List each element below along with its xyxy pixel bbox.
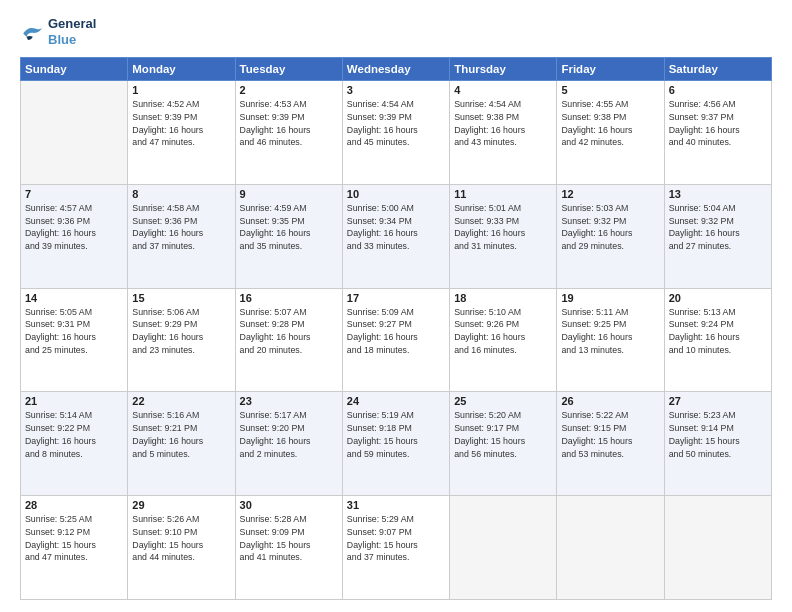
calendar-cell: 28Sunrise: 5:25 AM Sunset: 9:12 PM Dayli… (21, 496, 128, 600)
calendar-cell: 7Sunrise: 4:57 AM Sunset: 9:36 PM Daylig… (21, 184, 128, 288)
day-info: Sunrise: 4:59 AM Sunset: 9:35 PM Dayligh… (240, 202, 338, 253)
day-info: Sunrise: 5:23 AM Sunset: 9:14 PM Dayligh… (669, 409, 767, 460)
day-number: 11 (454, 188, 552, 200)
calendar-cell: 27Sunrise: 5:23 AM Sunset: 9:14 PM Dayli… (664, 392, 771, 496)
day-info: Sunrise: 5:00 AM Sunset: 9:34 PM Dayligh… (347, 202, 445, 253)
header: General Blue (20, 16, 772, 47)
day-number: 26 (561, 395, 659, 407)
day-number: 29 (132, 499, 230, 511)
day-info: Sunrise: 5:06 AM Sunset: 9:29 PM Dayligh… (132, 306, 230, 357)
day-number: 9 (240, 188, 338, 200)
calendar-cell (450, 496, 557, 600)
day-info: Sunrise: 5:03 AM Sunset: 9:32 PM Dayligh… (561, 202, 659, 253)
calendar-cell: 22Sunrise: 5:16 AM Sunset: 9:21 PM Dayli… (128, 392, 235, 496)
day-number: 19 (561, 292, 659, 304)
day-info: Sunrise: 5:26 AM Sunset: 9:10 PM Dayligh… (132, 513, 230, 564)
calendar-cell: 12Sunrise: 5:03 AM Sunset: 9:32 PM Dayli… (557, 184, 664, 288)
day-info: Sunrise: 4:57 AM Sunset: 9:36 PM Dayligh… (25, 202, 123, 253)
calendar-cell: 24Sunrise: 5:19 AM Sunset: 9:18 PM Dayli… (342, 392, 449, 496)
calendar-cell: 17Sunrise: 5:09 AM Sunset: 9:27 PM Dayli… (342, 288, 449, 392)
day-info: Sunrise: 5:10 AM Sunset: 9:26 PM Dayligh… (454, 306, 552, 357)
calendar-cell: 6Sunrise: 4:56 AM Sunset: 9:37 PM Daylig… (664, 81, 771, 185)
day-info: Sunrise: 5:04 AM Sunset: 9:32 PM Dayligh… (669, 202, 767, 253)
day-number: 20 (669, 292, 767, 304)
day-info: Sunrise: 5:17 AM Sunset: 9:20 PM Dayligh… (240, 409, 338, 460)
day-info: Sunrise: 5:22 AM Sunset: 9:15 PM Dayligh… (561, 409, 659, 460)
day-info: Sunrise: 5:25 AM Sunset: 9:12 PM Dayligh… (25, 513, 123, 564)
day-info: Sunrise: 5:29 AM Sunset: 9:07 PM Dayligh… (347, 513, 445, 564)
page: General Blue SundayMondayTuesdayWednesda… (0, 0, 792, 612)
day-info: Sunrise: 5:20 AM Sunset: 9:17 PM Dayligh… (454, 409, 552, 460)
day-number: 22 (132, 395, 230, 407)
calendar-cell: 1Sunrise: 4:52 AM Sunset: 9:39 PM Daylig… (128, 81, 235, 185)
calendar-cell: 23Sunrise: 5:17 AM Sunset: 9:20 PM Dayli… (235, 392, 342, 496)
calendar-cell: 18Sunrise: 5:10 AM Sunset: 9:26 PM Dayli… (450, 288, 557, 392)
calendar-cell (21, 81, 128, 185)
logo: General Blue (20, 16, 96, 47)
day-number: 2 (240, 84, 338, 96)
day-info: Sunrise: 5:14 AM Sunset: 9:22 PM Dayligh… (25, 409, 123, 460)
calendar-header-row: SundayMondayTuesdayWednesdayThursdayFrid… (21, 58, 772, 81)
calendar-cell: 10Sunrise: 5:00 AM Sunset: 9:34 PM Dayli… (342, 184, 449, 288)
day-info: Sunrise: 5:16 AM Sunset: 9:21 PM Dayligh… (132, 409, 230, 460)
day-info: Sunrise: 4:54 AM Sunset: 9:39 PM Dayligh… (347, 98, 445, 149)
day-number: 27 (669, 395, 767, 407)
day-info: Sunrise: 4:55 AM Sunset: 9:38 PM Dayligh… (561, 98, 659, 149)
day-number: 7 (25, 188, 123, 200)
day-number: 5 (561, 84, 659, 96)
calendar-header-thursday: Thursday (450, 58, 557, 81)
day-number: 1 (132, 84, 230, 96)
calendar-cell: 14Sunrise: 5:05 AM Sunset: 9:31 PM Dayli… (21, 288, 128, 392)
calendar-cell: 30Sunrise: 5:28 AM Sunset: 9:09 PM Dayli… (235, 496, 342, 600)
calendar-week-row: 1Sunrise: 4:52 AM Sunset: 9:39 PM Daylig… (21, 81, 772, 185)
calendar-cell: 8Sunrise: 4:58 AM Sunset: 9:36 PM Daylig… (128, 184, 235, 288)
calendar-cell: 29Sunrise: 5:26 AM Sunset: 9:10 PM Dayli… (128, 496, 235, 600)
calendar-cell: 11Sunrise: 5:01 AM Sunset: 9:33 PM Dayli… (450, 184, 557, 288)
calendar-cell: 21Sunrise: 5:14 AM Sunset: 9:22 PM Dayli… (21, 392, 128, 496)
day-info: Sunrise: 5:28 AM Sunset: 9:09 PM Dayligh… (240, 513, 338, 564)
day-number: 13 (669, 188, 767, 200)
day-info: Sunrise: 5:11 AM Sunset: 9:25 PM Dayligh… (561, 306, 659, 357)
calendar-cell: 4Sunrise: 4:54 AM Sunset: 9:38 PM Daylig… (450, 81, 557, 185)
day-number: 10 (347, 188, 445, 200)
calendar-cell: 13Sunrise: 5:04 AM Sunset: 9:32 PM Dayli… (664, 184, 771, 288)
day-number: 8 (132, 188, 230, 200)
day-number: 30 (240, 499, 338, 511)
calendar-cell: 9Sunrise: 4:59 AM Sunset: 9:35 PM Daylig… (235, 184, 342, 288)
calendar-cell (664, 496, 771, 600)
day-number: 28 (25, 499, 123, 511)
calendar-cell: 16Sunrise: 5:07 AM Sunset: 9:28 PM Dayli… (235, 288, 342, 392)
day-number: 24 (347, 395, 445, 407)
calendar-cell: 20Sunrise: 5:13 AM Sunset: 9:24 PM Dayli… (664, 288, 771, 392)
calendar-week-row: 14Sunrise: 5:05 AM Sunset: 9:31 PM Dayli… (21, 288, 772, 392)
day-number: 3 (347, 84, 445, 96)
calendar-header-wednesday: Wednesday (342, 58, 449, 81)
calendar-week-row: 28Sunrise: 5:25 AM Sunset: 9:12 PM Dayli… (21, 496, 772, 600)
day-number: 25 (454, 395, 552, 407)
day-info: Sunrise: 4:58 AM Sunset: 9:36 PM Dayligh… (132, 202, 230, 253)
logo-text: General Blue (48, 16, 96, 47)
calendar-week-row: 21Sunrise: 5:14 AM Sunset: 9:22 PM Dayli… (21, 392, 772, 496)
day-number: 23 (240, 395, 338, 407)
calendar-week-row: 7Sunrise: 4:57 AM Sunset: 9:36 PM Daylig… (21, 184, 772, 288)
calendar-cell: 25Sunrise: 5:20 AM Sunset: 9:17 PM Dayli… (450, 392, 557, 496)
calendar-cell: 3Sunrise: 4:54 AM Sunset: 9:39 PM Daylig… (342, 81, 449, 185)
calendar-header-friday: Friday (557, 58, 664, 81)
day-info: Sunrise: 5:13 AM Sunset: 9:24 PM Dayligh… (669, 306, 767, 357)
calendar-header-monday: Monday (128, 58, 235, 81)
day-info: Sunrise: 4:56 AM Sunset: 9:37 PM Dayligh… (669, 98, 767, 149)
calendar-header-sunday: Sunday (21, 58, 128, 81)
day-info: Sunrise: 4:54 AM Sunset: 9:38 PM Dayligh… (454, 98, 552, 149)
calendar-cell (557, 496, 664, 600)
day-info: Sunrise: 5:01 AM Sunset: 9:33 PM Dayligh… (454, 202, 552, 253)
day-number: 18 (454, 292, 552, 304)
logo-icon (20, 22, 44, 42)
calendar-cell: 31Sunrise: 5:29 AM Sunset: 9:07 PM Dayli… (342, 496, 449, 600)
day-info: Sunrise: 4:53 AM Sunset: 9:39 PM Dayligh… (240, 98, 338, 149)
day-number: 31 (347, 499, 445, 511)
calendar-cell: 5Sunrise: 4:55 AM Sunset: 9:38 PM Daylig… (557, 81, 664, 185)
calendar-cell: 26Sunrise: 5:22 AM Sunset: 9:15 PM Dayli… (557, 392, 664, 496)
day-number: 12 (561, 188, 659, 200)
day-number: 15 (132, 292, 230, 304)
day-number: 4 (454, 84, 552, 96)
